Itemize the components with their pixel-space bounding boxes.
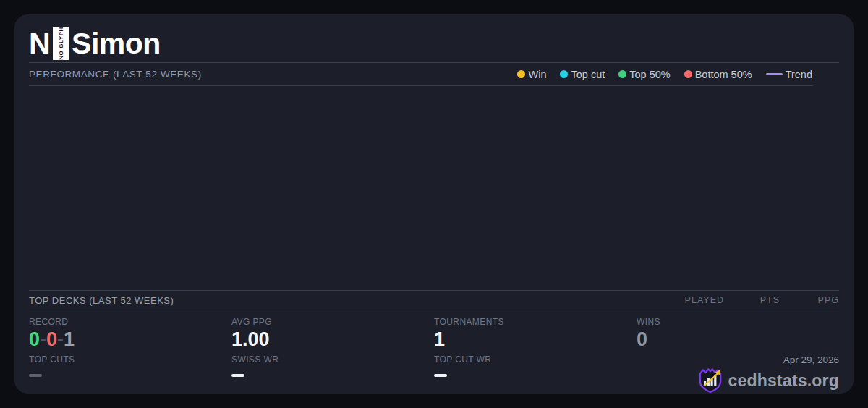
stat-top-cuts: TOP CUTS: [29, 354, 231, 392]
page-title: N NO GLYPH Simon: [29, 27, 161, 61]
empty-value-dash: [231, 374, 244, 377]
legend-label: Bottom 50%: [695, 69, 752, 80]
stat-label: WINS: [637, 317, 839, 327]
record-value: 0-0-1: [29, 328, 231, 351]
top-cut-dot-icon: [560, 70, 568, 78]
player-stats-card: N NO GLYPH Simon PERFORMANCE (LAST 52 WE…: [14, 14, 854, 394]
generated-date: Apr 29, 2026: [783, 354, 839, 365]
chart-legend: Win Top cut Top 50% Bottom 50% Trend: [517, 69, 812, 80]
top-decks-heading: TOP DECKS (LAST 52 WEEKS): [29, 295, 174, 306]
footer: Apr 29, 2026 cedhstats.org: [637, 354, 839, 394]
top-decks-column-headers: PLAYED PTS PPG: [681, 295, 839, 305]
cedhstats-logo-icon: [698, 367, 723, 394]
stat-label: SWISS WR: [231, 354, 434, 365]
stat-label: AVG PPG: [231, 317, 434, 327]
stat-label: TOP CUT WR: [434, 354, 637, 365]
win-dot-icon: [517, 70, 525, 78]
top-50-dot-icon: [618, 70, 626, 78]
brand-name: cedhstats.org: [728, 371, 839, 391]
stats-grid: RECORD 0-0-1 AVG PPG 1.00 TOURNAMENTS 1 …: [29, 310, 839, 394]
stat-label: TOP CUTS: [29, 354, 231, 365]
trend-line-icon: [766, 73, 783, 75]
empty-value-dash: [434, 374, 447, 377]
stat-swiss-wr: SWISS WR: [231, 354, 434, 392]
player-name-prefix: N: [29, 27, 50, 61]
bottom-50-dot-icon: [684, 70, 692, 78]
performance-heading: PERFORMANCE (LAST 52 WEEKS): [29, 69, 202, 80]
stat-avg-ppg: AVG PPG 1.00: [231, 317, 434, 354]
stat-record: RECORD 0-0-1: [29, 317, 231, 354]
title-row: N NO GLYPH Simon: [29, 25, 839, 63]
column-header-played: PLAYED: [681, 295, 724, 305]
legend-item-top-50: Top 50%: [618, 69, 670, 80]
wins-value: 0: [637, 328, 839, 351]
empty-value-dash: [29, 374, 42, 377]
brand-row: cedhstats.org: [698, 367, 839, 394]
performance-header-row: PERFORMANCE (LAST 52 WEEKS) Win Top cut …: [29, 63, 839, 85]
legend-label: Win: [528, 69, 546, 80]
legend-label: Top cut: [571, 69, 605, 80]
performance-chart-area: [29, 86, 839, 290]
stat-tournaments: TOURNAMENTS 1: [434, 317, 637, 354]
legend-item-top-cut: Top cut: [560, 69, 605, 80]
stat-label: RECORD: [29, 317, 231, 327]
column-header-pts: PTS: [724, 295, 780, 305]
legend-item-win: Win: [517, 69, 546, 80]
player-name-suffix: Simon: [72, 27, 161, 61]
legend-item-bottom-50: Bottom 50%: [684, 69, 752, 80]
stat-top-cut-wr: TOP CUT WR: [434, 354, 637, 392]
legend-label: Trend: [786, 69, 812, 80]
stat-label: TOURNAMENTS: [434, 317, 637, 327]
column-header-ppg: PPG: [780, 295, 839, 305]
legend-label: Top 50%: [629, 69, 670, 80]
top-decks-header-row: TOP DECKS (LAST 52 WEEKS) PLAYED PTS PPG: [29, 290, 839, 310]
stat-wins: WINS 0: [637, 317, 839, 354]
avg-ppg-value: 1.00: [231, 328, 434, 351]
tournaments-value: 1: [434, 328, 637, 351]
missing-glyph-box: NO GLYPH: [53, 27, 69, 60]
legend-item-trend: Trend: [766, 69, 812, 80]
